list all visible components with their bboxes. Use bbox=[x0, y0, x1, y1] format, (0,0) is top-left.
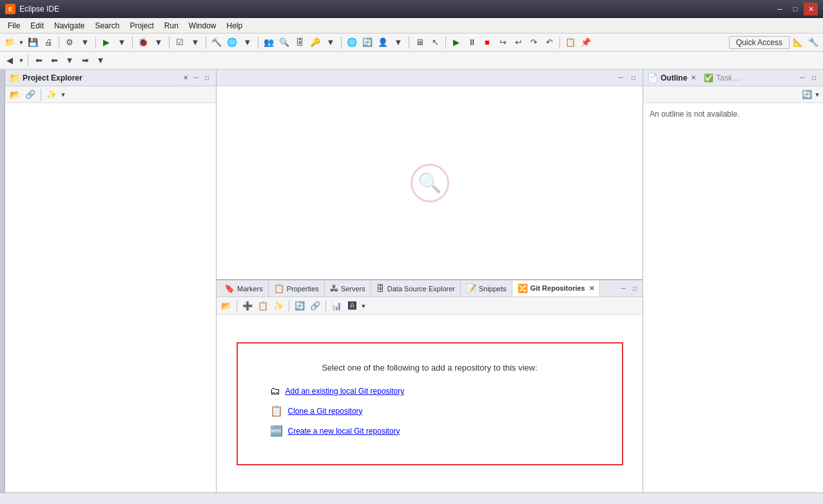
step-btn[interactable]: ↪ bbox=[496, 35, 510, 50]
back-btn[interactable]: ⬅ bbox=[32, 53, 46, 68]
quick-access-button[interactable]: Quick Access bbox=[729, 36, 789, 49]
prev-edit-dropdown[interactable]: ▼ bbox=[18, 53, 24, 68]
back-dropdown[interactable]: ▼ bbox=[63, 53, 77, 68]
refresh-button[interactable]: 🔄 bbox=[360, 35, 374, 50]
server-btn[interactable]: 🌐 bbox=[225, 35, 239, 50]
outline-panel: 📄 Outline ✕ ✅ Task ... ─ □ 🔄 ▼ An outlin… bbox=[643, 70, 823, 492]
coverage-button[interactable]: ☑ bbox=[173, 35, 187, 50]
menubar: File Edit Navigate Search Project Run Wi… bbox=[0, 18, 823, 34]
link-editor-btn[interactable]: 🔗 bbox=[23, 88, 37, 102]
menu-navigate[interactable]: Navigate bbox=[49, 20, 90, 32]
menu-window[interactable]: Window bbox=[184, 20, 222, 32]
debug-dropdown[interactable]: ▼ bbox=[151, 35, 166, 50]
tab-properties[interactable]: 📋 Properties bbox=[269, 280, 325, 296]
perspective-btn2[interactable]: 🔧 bbox=[806, 35, 820, 50]
perspective-btn1[interactable]: 📐 bbox=[791, 35, 805, 50]
fwd-btn[interactable]: ➡ bbox=[78, 53, 92, 68]
monitor-button[interactable]: 🖥 bbox=[412, 35, 427, 50]
outline-sync-btn[interactable]: 🔄 bbox=[800, 88, 814, 102]
clone-repo-btn[interactable]: 📋 bbox=[256, 299, 270, 313]
git-tab-close[interactable]: ✕ bbox=[589, 285, 594, 292]
hierarchy-btn[interactable]: 📊 bbox=[329, 299, 344, 313]
key-button[interactable]: 🔑 bbox=[308, 35, 322, 50]
editor-maximize-btn[interactable]: □ bbox=[628, 73, 639, 83]
extra-btn1[interactable]: 📋 bbox=[563, 35, 577, 50]
collapse-all-btn[interactable]: 📂 bbox=[8, 88, 22, 102]
prev-edit-btn[interactable]: ◀ bbox=[3, 53, 17, 68]
create-repo-link[interactable]: Create a new local Git repository bbox=[288, 427, 400, 436]
pe-view-menu[interactable]: ▼ bbox=[60, 88, 66, 102]
ant-button[interactable]: 🔨 bbox=[209, 35, 224, 50]
step3-btn[interactable]: ↷ bbox=[527, 35, 541, 50]
git-info-box: Select one of the following to add a rep… bbox=[237, 342, 623, 465]
properties-label: Properties bbox=[287, 285, 319, 293]
menu-help[interactable]: Help bbox=[222, 20, 248, 32]
new-dropdown[interactable]: ▼ bbox=[18, 35, 24, 50]
back-btn2[interactable]: ⬅ bbox=[47, 53, 61, 68]
browse-button[interactable]: 🔍 bbox=[277, 35, 291, 50]
menu-project[interactable]: Project bbox=[124, 20, 159, 32]
outline-toolbar: 🔄 ▼ bbox=[643, 86, 823, 103]
globe-button[interactable]: 🌐 bbox=[345, 35, 359, 50]
maximize-panel-btn[interactable]: □ bbox=[202, 73, 212, 83]
key-dropdown[interactable]: ▼ bbox=[324, 35, 338, 50]
person-button[interactable]: 👤 bbox=[376, 35, 390, 50]
editor-header: ─ □ bbox=[217, 70, 643, 86]
maximize-button[interactable]: □ bbox=[788, 3, 802, 15]
outline-maximize-btn[interactable]: □ bbox=[809, 73, 819, 83]
menu-search[interactable]: Search bbox=[90, 20, 124, 32]
editor-minimize-btn[interactable]: ─ bbox=[615, 73, 626, 83]
create-repo-btn[interactable]: ✨ bbox=[271, 299, 286, 313]
minimize-button[interactable]: ─ bbox=[773, 3, 787, 15]
menu-run[interactable]: Run bbox=[159, 20, 184, 32]
build-button[interactable]: ⚙ bbox=[63, 35, 77, 50]
print-button[interactable]: 🖨 bbox=[41, 35, 55, 50]
add-repo-btn[interactable]: ➕ bbox=[240, 299, 255, 313]
menu-file[interactable]: File bbox=[3, 20, 25, 32]
step2-btn[interactable]: ↩ bbox=[511, 35, 525, 50]
build-dropdown[interactable]: ▼ bbox=[78, 35, 92, 50]
add-existing-repo-link[interactable]: Add an existing local Git repository bbox=[286, 387, 405, 396]
tab-snippets[interactable]: 📝 Snippets bbox=[461, 280, 512, 296]
snippets-label: Snippets bbox=[479, 285, 507, 293]
tab-markers[interactable]: 🔖 Markers bbox=[219, 280, 269, 296]
stop-btn[interactable]: ■ bbox=[480, 35, 494, 50]
text-btn[interactable]: 🅰 bbox=[345, 299, 359, 313]
tab-data-source[interactable]: 🗄 Data Source Explorer bbox=[371, 280, 461, 296]
separator-2 bbox=[95, 37, 96, 48]
clone-repo-link[interactable]: Clone a Git repository bbox=[288, 407, 363, 416]
server-dropdown[interactable]: ▼ bbox=[240, 35, 255, 50]
pointer-button[interactable]: ↖ bbox=[428, 35, 442, 50]
outline-menu[interactable]: ▼ bbox=[814, 88, 820, 102]
pause-btn[interactable]: ⏸ bbox=[465, 35, 479, 50]
fwd-dropdown[interactable]: ▼ bbox=[93, 53, 108, 68]
minimize-panel-btn[interactable]: ─ bbox=[191, 73, 201, 83]
db-button[interactable]: 🗄 bbox=[293, 35, 307, 50]
save-button[interactable]: 💾 bbox=[26, 35, 40, 50]
bottom-minimize-btn[interactable]: ─ bbox=[618, 284, 628, 294]
outline-minimize-btn[interactable]: ─ bbox=[797, 73, 808, 83]
new-wizard-btn[interactable]: ✨ bbox=[44, 88, 59, 102]
tab-git-repositories[interactable]: 🔀 Git Repositories ✕ bbox=[512, 280, 600, 296]
link-repos-btn[interactable]: 🔗 bbox=[308, 299, 322, 313]
menu-edit[interactable]: Edit bbox=[25, 20, 49, 32]
bt-view-menu[interactable]: ▼ bbox=[360, 299, 367, 313]
collapse-repos-btn[interactable]: 📂 bbox=[219, 299, 233, 313]
tab-servers[interactable]: 🖧 Servers bbox=[325, 280, 371, 296]
team-button[interactable]: 👥 bbox=[262, 35, 276, 50]
bottom-maximize-btn[interactable]: □ bbox=[630, 284, 640, 294]
git-content: Select one of the following to add a rep… bbox=[217, 315, 643, 492]
coverage-dropdown[interactable]: ▼ bbox=[188, 35, 202, 50]
play-btn[interactable]: ▶ bbox=[449, 35, 463, 50]
step4-btn[interactable]: ↶ bbox=[542, 35, 556, 50]
new-button[interactable]: 📁 bbox=[3, 35, 17, 50]
extra-btn2[interactable]: 📌 bbox=[579, 35, 593, 50]
close-button[interactable]: ✕ bbox=[804, 3, 818, 15]
run-dropdown[interactable]: ▼ bbox=[115, 35, 129, 50]
refresh-repos-btn[interactable]: 🔄 bbox=[293, 299, 307, 313]
run-button[interactable]: ▶ bbox=[99, 35, 113, 50]
person-dropdown[interactable]: ▼ bbox=[391, 35, 405, 50]
debug-button[interactable]: 🐞 bbox=[136, 35, 150, 50]
toolbar-secondary: ◀ ▼ ⬅ ⬅ ▼ ➡ ▼ bbox=[0, 52, 823, 70]
outline-close-icon[interactable]: ✕ bbox=[691, 74, 696, 81]
